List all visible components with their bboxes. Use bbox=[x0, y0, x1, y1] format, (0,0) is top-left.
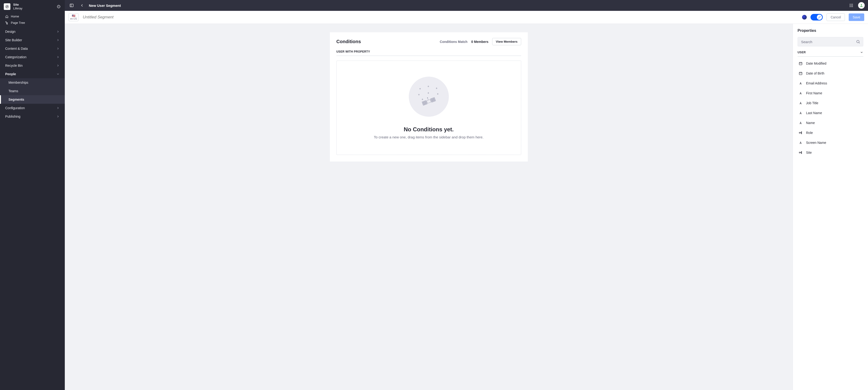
site-logo[interactable] bbox=[4, 3, 10, 10]
sidebar-item-configuration[interactable]: Configuration bbox=[0, 104, 65, 112]
property-item-label: Date of Birth bbox=[806, 71, 825, 75]
pencil-icon bbox=[818, 16, 821, 19]
sidebar-quicklink-home[interactable]: Home bbox=[0, 13, 65, 20]
topbar-left: New User Segment bbox=[68, 2, 121, 9]
svg-rect-7 bbox=[70, 4, 73, 7]
svg-point-9 bbox=[849, 4, 850, 4]
svg-rect-43 bbox=[799, 62, 802, 65]
chevron-right-icon bbox=[56, 106, 60, 110]
property-item[interactable]: Last Name bbox=[798, 108, 863, 118]
compass-icon bbox=[5, 5, 9, 8]
properties-title: Properties bbox=[798, 29, 863, 33]
view-members-button[interactable]: View Members bbox=[492, 38, 521, 45]
chevron-right-icon bbox=[56, 55, 60, 59]
property-item-label: Site bbox=[806, 151, 812, 154]
property-item[interactable]: Role bbox=[798, 128, 863, 138]
svg-point-10 bbox=[851, 4, 852, 4]
empty-illustration: + + + + + + + bbox=[409, 77, 449, 117]
svg-point-12 bbox=[849, 5, 850, 6]
site-switcher-button[interactable] bbox=[55, 3, 62, 10]
property-item[interactable]: Job Title bbox=[798, 98, 863, 108]
site-titles: Site Liferay bbox=[13, 3, 22, 10]
conditions-dropzone[interactable]: + + + + + + + bbox=[337, 61, 521, 155]
target-icon bbox=[57, 5, 61, 8]
actionbar: 🇺🇸 en-US Cancel Save bbox=[65, 11, 868, 24]
text-icon bbox=[799, 141, 803, 145]
sidebar-item-content-data[interactable]: Content & Data bbox=[0, 44, 65, 53]
text-icon bbox=[799, 91, 803, 95]
svg-text:+: + bbox=[436, 87, 437, 90]
sidebar-item-label: Design bbox=[5, 30, 16, 33]
svg-point-32 bbox=[427, 97, 428, 98]
svg-rect-55 bbox=[799, 152, 800, 153]
sidebar-item-site-builder[interactable]: Site Builder bbox=[0, 36, 65, 44]
chevron-left-icon bbox=[80, 3, 84, 7]
svg-point-53 bbox=[801, 132, 802, 133]
property-item[interactable]: Site bbox=[798, 148, 863, 157]
chevron-right-icon bbox=[56, 38, 60, 42]
property-item-label: Role bbox=[806, 131, 813, 134]
sidebar-subitem-teams[interactable]: Teams bbox=[0, 87, 65, 95]
sidebar-item-design[interactable]: Design bbox=[0, 27, 65, 36]
svg-point-3 bbox=[58, 6, 59, 7]
relation-icon bbox=[799, 131, 803, 135]
property-item[interactable]: Name bbox=[798, 118, 863, 128]
user-avatar[interactable] bbox=[858, 2, 865, 9]
sidebar-item-label: Site Builder bbox=[5, 38, 22, 42]
chevron-down-icon bbox=[860, 51, 863, 54]
site-name: Liferay bbox=[13, 7, 22, 10]
svg-marker-1 bbox=[7, 6, 7, 7]
svg-text:+: + bbox=[418, 93, 420, 96]
property-item[interactable]: Email Address bbox=[798, 78, 863, 88]
sidebar-quicklink-pagetree[interactable]: Page Tree bbox=[0, 20, 65, 26]
text-icon bbox=[799, 81, 803, 85]
property-item-label: First Name bbox=[806, 91, 822, 95]
property-item[interactable]: Date Modified bbox=[798, 58, 863, 68]
properties-search[interactable] bbox=[798, 37, 863, 47]
page-title: New User Segment bbox=[89, 3, 121, 7]
text-icon bbox=[799, 111, 803, 115]
sidebar-item-categorization[interactable]: Categorization bbox=[0, 53, 65, 61]
svg-rect-4 bbox=[6, 22, 6, 22]
properties-panel: Properties USER Date ModifiedDate of Bir… bbox=[793, 24, 868, 390]
product-menu-toggle[interactable] bbox=[68, 2, 75, 9]
tree-icon bbox=[5, 21, 8, 25]
properties-search-input[interactable] bbox=[801, 40, 856, 44]
properties-group-user[interactable]: USER bbox=[798, 51, 863, 57]
svg-rect-6 bbox=[7, 24, 7, 24]
active-toggle[interactable] bbox=[810, 14, 823, 21]
apps-button[interactable] bbox=[848, 2, 855, 9]
property-item[interactable]: Screen Name bbox=[798, 138, 863, 148]
toggle-knob bbox=[817, 14, 822, 20]
sidebar-quicklink-pagetree-label: Page Tree bbox=[11, 21, 25, 25]
relation-icon bbox=[799, 150, 803, 155]
chevron-right-icon bbox=[56, 47, 60, 50]
sidebar-item-publishing[interactable]: Publishing bbox=[0, 112, 65, 121]
property-item[interactable]: First Name bbox=[798, 88, 863, 98]
sidebar-subitem-segments[interactable]: Segments bbox=[0, 95, 65, 104]
cancel-button[interactable]: Cancel bbox=[827, 13, 845, 21]
sidebar-item-label: Configuration bbox=[5, 106, 25, 110]
properties-list: Date ModifiedDate of BirthEmail AddressF… bbox=[798, 58, 863, 157]
conditions-card: Conditions Conditions Match 0 Members Vi… bbox=[330, 32, 528, 161]
sidebar-item-label: People bbox=[5, 72, 16, 76]
flag-us-icon: 🇺🇸 bbox=[72, 14, 75, 17]
save-button[interactable]: Save bbox=[849, 13, 864, 21]
svg-point-11 bbox=[852, 4, 853, 4]
sidebar-subitem-memberships[interactable]: Memberships bbox=[0, 78, 65, 87]
chevron-right-icon bbox=[56, 64, 60, 67]
criteria-preview-indicator[interactable] bbox=[802, 15, 807, 20]
property-item[interactable]: Date of Birth bbox=[798, 68, 863, 78]
svg-rect-5 bbox=[7, 22, 7, 23]
sidebar-item-label: Publishing bbox=[5, 115, 21, 118]
conditions-section-label: USER WITH PROPERTY bbox=[337, 50, 521, 56]
sidebar-item-label: Categorization bbox=[5, 55, 26, 59]
sidebar-subitem-label: Segments bbox=[8, 98, 24, 101]
svg-point-16 bbox=[851, 6, 852, 7]
locale-selector[interactable]: 🇺🇸 en-US bbox=[68, 13, 79, 21]
empty-subtitle: To create a new one, drag items from the… bbox=[374, 135, 484, 139]
sidebar-item-people[interactable]: People bbox=[0, 70, 65, 78]
segment-title-input[interactable] bbox=[82, 14, 144, 20]
back-button[interactable] bbox=[79, 2, 86, 9]
sidebar-item-recycle-bin[interactable]: Recycle Bin bbox=[0, 61, 65, 70]
